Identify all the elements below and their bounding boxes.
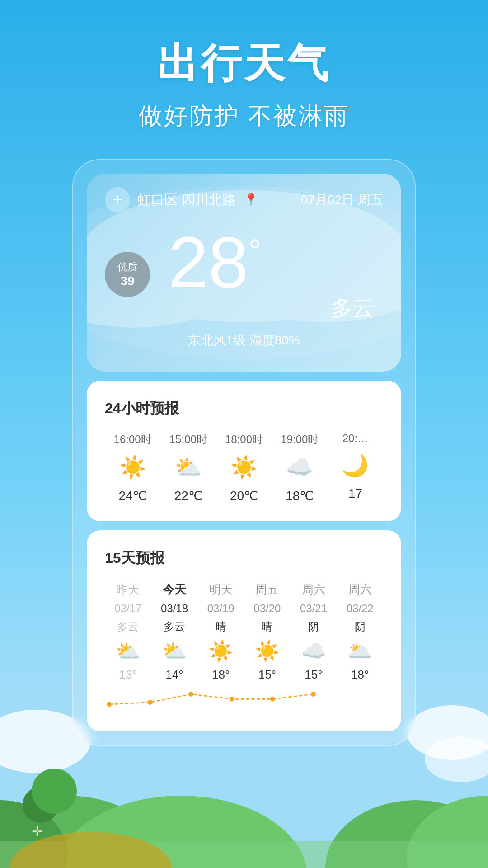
day-name: 周六 xyxy=(302,582,325,598)
hourly-time: 19:00时 xyxy=(281,432,319,447)
hourly-time: 15:00时 xyxy=(169,432,207,447)
location-name: 虹口区 四川北路 xyxy=(137,191,236,209)
daily-forecast-title: 15天预报 xyxy=(105,548,383,568)
hourly-time: 18:00时 xyxy=(225,432,263,447)
day-temp: 15° xyxy=(305,668,322,682)
day-name: 昨天 xyxy=(116,582,140,598)
daily-forecast-item: 周六 03/22 阴 🌥️ 18° xyxy=(337,582,383,682)
day-date: 03/17 xyxy=(114,602,141,615)
temperature-value: 28 xyxy=(168,226,249,298)
day-weather: 晴 xyxy=(262,619,272,634)
daily-forecast-item: 周五 03/20 晴 ☀️ 15° xyxy=(244,582,291,682)
weather-detail: 东北风1级 湿度80% xyxy=(105,332,383,349)
hourly-weather-icon: ☀️ xyxy=(119,454,146,481)
svg-point-11 xyxy=(32,769,77,814)
day-date: 03/20 xyxy=(253,602,281,615)
phone-mockup: + 虹口区 四川北路 📍 07月02日 周五 优质 39 28 ° xyxy=(72,159,416,746)
day-weather-icon: ⛅ xyxy=(116,638,141,663)
day-name: 明天 xyxy=(209,582,233,598)
day-date: 03/21 xyxy=(300,602,327,615)
day-weather-icon: ☁️ xyxy=(301,638,326,663)
svg-point-18 xyxy=(188,692,193,697)
svg-text:✛: ✛ xyxy=(32,824,43,839)
day-weather: 阴 xyxy=(355,619,366,634)
hourly-item: 16:00时 ☀️ 24℃ xyxy=(105,432,160,503)
daily-forecast-item: 周六 03/21 阴 ☁️ 15° xyxy=(291,582,337,682)
day-weather: 多云 xyxy=(117,619,139,634)
hourly-temp: 17 xyxy=(348,486,362,501)
day-weather: 晴 xyxy=(216,619,226,634)
main-title: 出行天气 xyxy=(0,36,488,91)
day-temp: 15° xyxy=(258,668,276,682)
hourly-time: 16:00时 xyxy=(114,432,152,447)
hourly-item: 15:00时 ⛅ 22℃ xyxy=(160,432,216,503)
svg-point-17 xyxy=(148,700,153,705)
svg-point-20 xyxy=(270,697,275,702)
daily-forecast-item: 昨天 03/17 多云 ⛅ 13° xyxy=(105,582,151,682)
hourly-temp: 22℃ xyxy=(174,488,202,503)
hourly-forecast-title: 24小时预报 xyxy=(105,399,383,419)
sub-title: 做好防护 不被淋雨 xyxy=(0,100,488,132)
hourly-forecast-row: 16:00时 ☀️ 24℃ 15:00时 ⛅ 22℃ 18:00时 ☀️ 20℃… xyxy=(105,432,383,503)
weather-top-card: + 虹口区 四川北路 📍 07月02日 周五 优质 39 28 ° xyxy=(87,174,401,372)
aqi-value: 39 xyxy=(120,274,134,288)
day-weather-icon: ☀️ xyxy=(255,638,280,663)
temp-trend-line xyxy=(109,689,379,712)
day-name: 今天 xyxy=(163,582,186,598)
hourly-weather-icon: ☁️ xyxy=(286,454,313,481)
hourly-item: 19:00时 ☁️ 18℃ xyxy=(272,432,328,503)
daily-forecast-row: 昨天 03/17 多云 ⛅ 13° 今天 03/18 多云 ⛅ 14° 明天 0… xyxy=(105,582,383,682)
hourly-item: 20:… 🌙 17 xyxy=(328,432,383,503)
day-temp: 18° xyxy=(351,668,369,682)
temperature-display: 28 ° xyxy=(168,226,383,298)
date-display: 07月02日 周五 xyxy=(301,191,383,208)
hourly-temp: 24℃ xyxy=(119,488,147,503)
day-date: 03/22 xyxy=(347,602,374,615)
svg-point-21 xyxy=(311,692,316,697)
day-weather-icon: ☀️ xyxy=(208,638,233,663)
hourly-weather-icon: 🌙 xyxy=(342,452,369,479)
day-temp: 18° xyxy=(212,668,230,682)
day-weather: 多云 xyxy=(164,619,185,634)
day-name: 周六 xyxy=(348,582,372,598)
daily-forecast-item: 明天 03/19 晴 ☀️ 18° xyxy=(197,582,244,682)
day-weather: 阴 xyxy=(308,619,319,634)
svg-point-16 xyxy=(107,702,112,707)
add-location-button[interactable]: + xyxy=(105,187,130,212)
hourly-temp: 20℃ xyxy=(230,488,258,503)
day-name: 周五 xyxy=(255,582,279,598)
aqi-badge: 优质 39 xyxy=(105,252,150,297)
hourly-item: 18:00时 ☀️ 20℃ xyxy=(216,432,272,503)
day-temp: 13° xyxy=(119,668,137,682)
daily-forecast-card: 15天预报 昨天 03/17 多云 ⛅ 13° 今天 03/18 多云 ⛅ 14… xyxy=(87,530,401,731)
hourly-weather-icon: ☀️ xyxy=(230,454,258,481)
temperature-section: 28 ° 多云 xyxy=(168,226,383,323)
hourly-temp: 18℃ xyxy=(286,488,314,503)
day-weather-icon: ⛅ xyxy=(162,638,187,663)
day-weather-icon: 🌥️ xyxy=(347,638,372,663)
hourly-weather-icon: ⛅ xyxy=(175,454,202,481)
svg-point-19 xyxy=(229,697,234,702)
hourly-time: 20:… xyxy=(343,432,368,445)
degree-symbol: ° xyxy=(249,235,261,267)
title-section: 出行天气 做好防护 不被淋雨 xyxy=(0,0,488,132)
location-pin-icon: 📍 xyxy=(243,193,259,208)
hourly-forecast-card: 24小时预报 16:00时 ☀️ 24℃ 15:00时 ⛅ 22℃ 18:00时… xyxy=(87,381,401,521)
aqi-label: 优质 xyxy=(117,260,137,274)
weather-body: 优质 39 28 ° 多云 xyxy=(105,226,383,323)
day-temp: 14° xyxy=(165,668,183,682)
location-bar: + 虹口区 四川北路 📍 07月02日 周五 xyxy=(105,187,383,212)
daily-forecast-item: 今天 03/18 多云 ⛅ 14° xyxy=(151,582,198,682)
day-date: 03/19 xyxy=(207,602,235,615)
day-date: 03/18 xyxy=(161,602,188,615)
